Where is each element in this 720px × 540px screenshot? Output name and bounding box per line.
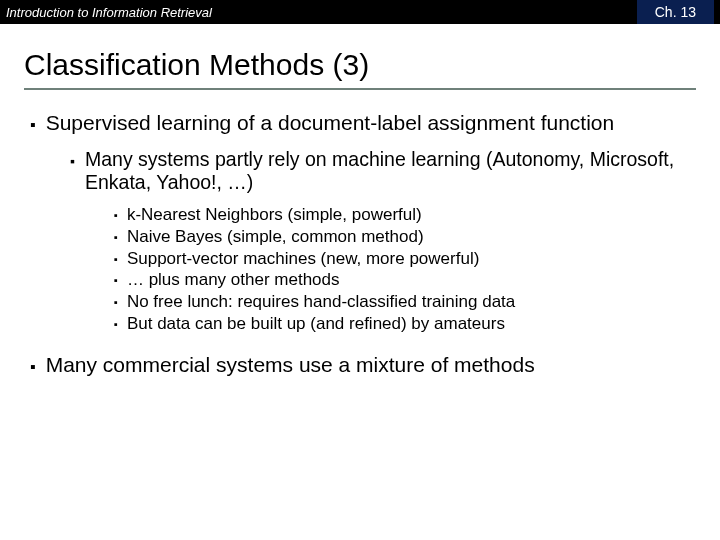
bullet-text: But data can be built up (and refined) b… — [127, 314, 505, 335]
slide: Introduction to Information Retrieval Ch… — [0, 0, 720, 540]
title-block: Classification Methods (3) — [0, 24, 720, 96]
bullet-text: Naive Bayes (simple, common method) — [127, 227, 424, 248]
bullet-level3: ▪ k-Nearest Neighbors (simple, powerful) — [114, 205, 690, 226]
bullet-level1: ▪ Many commercial systems use a mixture … — [30, 342, 690, 378]
slide-title: Classification Methods (3) — [24, 48, 696, 88]
course-title: Introduction to Information Retrieval — [6, 5, 212, 20]
content: ▪ Supervised learning of a document-labe… — [0, 96, 720, 377]
square-bullet-icon: ▪ — [114, 292, 118, 313]
bullet-text: k-Nearest Neighbors (simple, powerful) — [127, 205, 422, 226]
square-bullet-icon: ▪ — [30, 110, 36, 136]
bullet-level3: ▪ … plus many other methods — [114, 270, 690, 291]
square-bullet-icon: ▪ — [114, 227, 118, 248]
square-bullet-icon: ▪ — [114, 270, 118, 291]
square-bullet-icon: ▪ — [30, 352, 36, 378]
square-bullet-icon: ▪ — [114, 314, 118, 335]
bullet-text: Many systems partly rely on machine lear… — [85, 148, 690, 196]
square-bullet-icon: ▪ — [70, 148, 75, 196]
bullet-text: Supervised learning of a document-label … — [46, 110, 615, 136]
bullet-level3: ▪ But data can be built up (and refined)… — [114, 314, 690, 335]
bullet-level1: ▪ Supervised learning of a document-labe… — [30, 110, 690, 136]
chapter-badge: Ch. 13 — [637, 0, 714, 24]
sublist-level2: ▪ Many systems partly rely on machine le… — [30, 140, 690, 342]
square-bullet-icon: ▪ — [114, 205, 118, 226]
bullet-text: Support-vector machines (new, more power… — [127, 249, 479, 270]
title-underline — [24, 88, 696, 90]
bullet-text: No free lunch: requires hand-classified … — [127, 292, 515, 313]
square-bullet-icon: ▪ — [114, 249, 118, 270]
bullet-text: … plus many other methods — [127, 270, 340, 291]
bullet-text: Many commercial systems use a mixture of… — [46, 352, 535, 378]
bullet-level2: ▪ Many systems partly rely on machine le… — [70, 148, 690, 196]
sublist-level3: ▪ k-Nearest Neighbors (simple, powerful)… — [70, 199, 690, 341]
topbar: Introduction to Information Retrieval Ch… — [0, 0, 720, 24]
bullet-level3: ▪ Naive Bayes (simple, common method) — [114, 227, 690, 248]
bullet-level3: ▪ No free lunch: requires hand-classifie… — [114, 292, 690, 313]
bullet-level3: ▪ Support-vector machines (new, more pow… — [114, 249, 690, 270]
